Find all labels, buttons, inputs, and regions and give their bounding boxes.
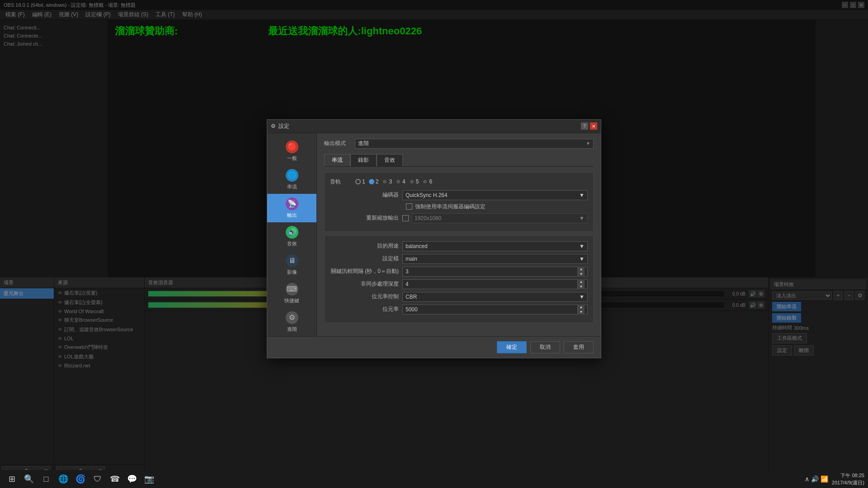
keyframe-label: 關鍵訊框間隔 (秒，0＝自動) <box>330 267 402 275</box>
dialog-help-button[interactable]: ? <box>581 122 588 130</box>
bitrate-arrows: ▲ ▼ <box>577 305 585 314</box>
nav-stream-label: 串流 <box>287 183 297 190</box>
radio-1-circle <box>355 179 361 184</box>
chat-icon[interactable]: 💬 <box>124 471 140 487</box>
profile-arrow: ▼ <box>579 256 585 262</box>
async-depth-spinner[interactable]: 4 ▲ ▼ <box>402 279 588 289</box>
rate-control-select[interactable]: CBR ▼ <box>402 292 588 302</box>
dialog-footer: 確定 取消 套用 <box>267 336 601 358</box>
bitrate-up[interactable]: ▲ <box>577 305 585 310</box>
keyframe-row: 關鍵訊框間隔 (秒，0＝自動) 3 ▲ ▼ <box>330 267 588 277</box>
bitrate-spinner[interactable]: 5000 ▲ ▼ <box>402 305 588 314</box>
async-down[interactable]: ▼ <box>577 284 585 289</box>
encoder-select[interactable]: QuickSync H.264 ▼ <box>402 190 588 200</box>
async-depth-row: 非同步處理深度 4 ▲ ▼ <box>330 279 588 289</box>
clock[interactable]: 下午 08:25 2017/4/9(週日) <box>832 472 864 486</box>
preset-row: 目的用途 balanced ▼ <box>330 241 588 251</box>
nav-video-label: 影像 <box>287 269 297 276</box>
taskbar-left: ⊞ 🔍 □ 🌐 🌀 🛡 ☎ 💬 📷 <box>4 471 157 487</box>
encoder-row: 編碼器 QuickSync H.264 ▼ <box>330 190 588 200</box>
profile-select[interactable]: main ▼ <box>402 254 588 264</box>
systray-speaker[interactable]: 🔊 <box>811 475 819 483</box>
edge-icon[interactable]: 🌐 <box>55 471 71 487</box>
audio-track-6[interactable]: 6 <box>422 178 432 185</box>
audio-track-2[interactable]: 2 <box>369 178 379 185</box>
output-mode-row: 輸出模式 進階 ▼ <box>324 139 594 149</box>
systray: ∧ 🔊 📶 <box>805 475 828 483</box>
tab-stream[interactable]: 串流 <box>324 154 350 166</box>
profile-value: main <box>406 256 417 262</box>
async-up[interactable]: ▲ <box>577 279 585 284</box>
nav-output-icon: 📡 <box>286 197 298 210</box>
search-icon[interactable]: 🔍 <box>21 471 37 487</box>
task-view-icon[interactable]: □ <box>38 471 54 487</box>
keyframe-spinner[interactable]: 3 ▲ ▼ <box>402 267 588 277</box>
audio-track-label: 音軌 <box>330 178 353 186</box>
shield-icon[interactable]: 🛡 <box>90 471 106 487</box>
radio-2-circle <box>369 179 374 184</box>
skype-icon[interactable]: ☎ <box>107 471 123 487</box>
dialog-close-button[interactable]: ✕ <box>590 122 597 130</box>
nav-video[interactable]: 🖥 影像 <box>267 251 316 279</box>
audio-track-5[interactable]: 5 <box>409 178 419 185</box>
rescale-arrow: ▼ <box>579 215 585 221</box>
audio-track-group: 1 2 3 4 <box>355 178 432 185</box>
profile-label: 設定檔 <box>330 255 402 263</box>
nav-hotkeys-icon: ⌨ <box>286 283 298 296</box>
systray-network[interactable]: 📶 <box>821 475 828 483</box>
nav-advanced[interactable]: ⚙ 進階 <box>267 308 316 336</box>
dialog-content: 輸出模式 進階 ▼ 串流 錄影 音效 音軌 <box>317 133 601 336</box>
nav-output-label: 輸出 <box>287 212 297 219</box>
radio-4-circle <box>396 179 401 184</box>
cancel-button[interactable]: 取消 <box>530 341 560 353</box>
rescale-label: 重新縮放輸出 <box>330 214 402 222</box>
nav-audio[interactable]: 🔊 音效 <box>267 222 316 251</box>
bitrate-value: 5000 <box>406 306 418 313</box>
radio-4-label: 4 <box>402 178 406 185</box>
keyframe-down[interactable]: ▼ <box>577 272 585 277</box>
radio-2-label: 2 <box>376 178 379 185</box>
keyframe-value: 3 <box>406 268 409 275</box>
nav-hotkeys[interactable]: ⌨ 快捷鍵 <box>267 279 316 308</box>
form-section: 音軌 1 2 3 <box>324 172 594 232</box>
dialog-titlebar: ⚙ 設定 ? ✕ <box>267 120 601 133</box>
tab-record[interactable]: 錄影 <box>350 154 377 166</box>
audio-track-1[interactable]: 1 <box>355 178 365 185</box>
tab-audio[interactable]: 音效 <box>377 154 403 166</box>
systray-expand[interactable]: ∧ <box>805 475 809 483</box>
apply-button[interactable]: 套用 <box>564 341 594 353</box>
async-depth-arrows: ▲ ▼ <box>577 279 585 289</box>
tabs-row: 串流 錄影 音效 <box>324 154 594 167</box>
nav-general-label: 一般 <box>287 155 297 162</box>
force-encoder-checkbox[interactable] <box>406 203 412 210</box>
nav-output[interactable]: 📡 輸出 <box>267 194 316 222</box>
bitrate-down[interactable]: ▼ <box>577 310 585 314</box>
nav-hotkeys-label: 快捷鍵 <box>284 297 299 304</box>
preset-value: balanced <box>406 243 428 249</box>
ok-button[interactable]: 確定 <box>497 341 527 353</box>
dialog-title-icon: ⚙ <box>271 123 276 129</box>
radio-5-label: 5 <box>416 178 419 185</box>
camera-icon[interactable]: 📷 <box>141 471 157 487</box>
keyframe-arrows: ▲ ▼ <box>577 267 585 277</box>
taskbar: ⊞ 🔍 □ 🌐 🌀 🛡 ☎ 💬 📷 ∧ 🔊 📶 下午 08:25 2017/4/… <box>0 470 868 488</box>
bitrate-row: 位元率 5000 ▲ ▼ <box>330 305 588 314</box>
radio-6-label: 6 <box>429 178 432 185</box>
audio-track-4[interactable]: 4 <box>396 178 406 185</box>
start-button[interactable]: ⊞ <box>4 471 20 487</box>
settings-dialog: ⚙ 設定 ? ✕ 🔴 一般 🌐 串流 📡 <box>267 119 601 358</box>
dialog-body: 🔴 一般 🌐 串流 📡 輸出 🔊 音效 🖥 影像 <box>267 133 601 336</box>
nav-stream[interactable]: 🌐 串流 <box>267 165 316 194</box>
dialog-title-buttons: ? ✕ <box>581 122 597 130</box>
audio-track-3[interactable]: 3 <box>382 178 392 185</box>
rescale-checkbox[interactable] <box>402 215 409 221</box>
ie-icon[interactable]: 🌀 <box>72 471 89 487</box>
nav-general[interactable]: 🔴 一般 <box>267 137 316 165</box>
keyframe-up[interactable]: ▲ <box>577 267 585 272</box>
output-mode-select[interactable]: 進階 ▼ <box>355 139 594 149</box>
preset-select[interactable]: balanced ▼ <box>402 241 588 251</box>
encoder-label: 編碼器 <box>330 191 402 199</box>
taskbar-right: ∧ 🔊 📶 下午 08:25 2017/4/9(週日) <box>805 472 864 486</box>
rescale-select[interactable]: 868x488 ▼ <box>411 213 588 223</box>
nav-stream-icon: 🌐 <box>286 169 298 182</box>
